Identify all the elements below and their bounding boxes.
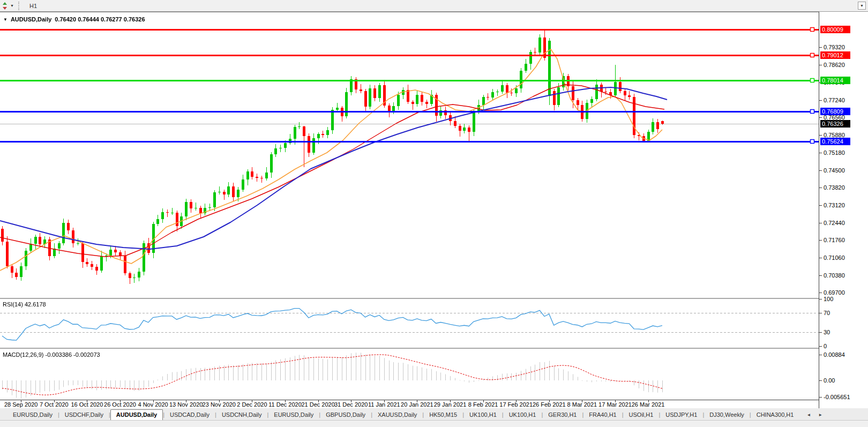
chart-tab-dj30-15[interactable]: DJ30,Weekly [704, 410, 750, 420]
macd-axis-label: -0.005651 [824, 393, 850, 401]
rsi-axis-label: 100 [824, 295, 833, 303]
price-level-badge: 0.80009 [820, 26, 850, 33]
chart-symbol-period: AUDUSD,Daily [11, 16, 51, 23]
rsi-axis-label: 30 [824, 328, 830, 336]
date-label: 26 Feb 2021 [533, 401, 566, 408]
price-tick [819, 258, 822, 258]
status-strip [0, 421, 868, 427]
chart-menu-caret-icon[interactable]: ▼ [3, 17, 8, 22]
chart-tab-eurusd-5[interactable]: EURUSD,Daily [268, 410, 319, 420]
rsi-indicator-label: RSI(14) 42.6178 [3, 301, 46, 308]
price-level-badge: 0.76326 [820, 120, 850, 128]
price-tick [819, 223, 822, 223]
macd-axis-label: 0.00 [824, 377, 835, 384]
rsi-tick [819, 313, 822, 313]
chart-tab-fra40-12[interactable]: FRA40,H1 [583, 410, 622, 420]
price-axis[interactable]: 0.793200.786200.779400.772400.765600.758… [819, 12, 868, 408]
macd-panel-canvas[interactable] [0, 349, 819, 400]
price-tick [819, 240, 822, 241]
date-label: 20 Jan 2021 [401, 401, 433, 408]
tab-scroll-right-icon[interactable]: ► [818, 413, 822, 417]
chart-tab-eurusd-0[interactable]: EURUSD,Daily [8, 410, 58, 420]
chart-tab-uk100-10[interactable]: UK100,H1 [504, 410, 542, 420]
chart-tab-usoil-13[interactable]: USOil,H1 [624, 410, 659, 420]
date-label: 11 Dec 2020 [268, 401, 302, 408]
chevron-down-icon[interactable]: ▼ [10, 4, 14, 8]
date-label: 16 Oct 2020 [71, 401, 103, 408]
chart-tab-bar: EURUSD,Daily|USDCHF,Daily|AUDUSD,Daily|U… [0, 408, 868, 421]
macd-tick [819, 397, 822, 398]
chart-title: ▼ AUDUSD,Daily 0.76420 0.76444 0.76277 0… [3, 16, 145, 23]
date-label: 8 Feb 2021 [468, 401, 498, 408]
timeframe-button-h1[interactable]: H1 [25, 1, 46, 11]
price-tick [819, 135, 822, 136]
date-label: 4 Nov 2020 [138, 401, 168, 408]
price-tick [819, 170, 822, 171]
rsi-panel-canvas[interactable] [0, 299, 819, 347]
price-tick [819, 47, 822, 48]
date-label: 29 Jan 2021 [434, 401, 467, 408]
macd-tick [819, 380, 822, 381]
price-chart-canvas[interactable] [0, 13, 819, 298]
price-tick-label: 0.79320 [824, 43, 845, 51]
rsi-tick [819, 332, 822, 333]
price-level-badge: 0.75624 [820, 138, 850, 145]
chart-tab-usdcad-3[interactable]: USDCAD,Daily [164, 410, 215, 420]
chart-tab-gbpusd-6[interactable]: GBPUSD,Daily [320, 410, 371, 420]
price-tick-label: 0.73820 [824, 184, 845, 191]
price-tick-label: 0.77240 [824, 96, 845, 104]
trading-platform-window: ▼ M1M5M15M30H1H4D1W1MN ▼ ▼ AUDUSD,Daily … [0, 0, 868, 427]
price-level-badge: 0.78014 [820, 77, 850, 84]
macd-tick [819, 355, 822, 355]
price-tick-label: 0.74500 [824, 167, 845, 174]
price-tick-label: 0.71760 [824, 236, 845, 244]
macd-axis-label: 0.00884 [824, 351, 845, 358]
macd-indicator-label: MACD(12,26,9) -0.003386 -0.002073 [3, 351, 100, 358]
chart-tab-ger30-11[interactable]: GER30,H1 [543, 410, 582, 420]
date-label: 28 Sep 2020 [4, 401, 38, 408]
price-tick [819, 117, 822, 118]
tab-scroll-arrows: ◄► [806, 413, 822, 420]
date-label: 26 Oct 2020 [104, 401, 136, 408]
price-tick-label: 0.70380 [824, 272, 845, 279]
chart-tab-usdcnh-4[interactable]: USDCNH,Daily [216, 410, 267, 420]
chart-ohlc-values: 0.76420 0.76444 0.76277 0.76326 [55, 16, 145, 23]
date-label: 23 Nov 2020 [203, 401, 236, 408]
rsi-axis-label: 0 [824, 342, 827, 350]
chart-tab-hk50-8[interactable]: HK50,M15 [424, 410, 462, 420]
tab-scroll-left-icon[interactable]: ◄ [806, 413, 811, 417]
date-label: 21 Dec 2020 [301, 401, 334, 408]
date-label: 8 Mar 2021 [567, 401, 597, 408]
chart-tab-uk100-9[interactable]: UK100,H1 [464, 410, 502, 420]
chart-tab-audusd-2[interactable]: AUDUSD,Daily [110, 409, 163, 420]
price-tick [819, 188, 822, 188]
rsi-tick [819, 346, 822, 347]
price-tick-label: 0.72440 [824, 219, 845, 227]
price-tick-label: 0.71060 [824, 254, 845, 261]
date-label: 2 Dec 2020 [237, 401, 267, 408]
price-tick [819, 153, 822, 153]
price-tick-label: 0.78620 [824, 61, 845, 69]
date-label: 17 Mar 2021 [598, 401, 632, 408]
date-label: 13 Nov 2020 [169, 401, 203, 408]
chart-tab-china300-16[interactable]: CHINA300,H1 [751, 410, 799, 420]
rsi-axis-label: 70 [824, 309, 830, 317]
date-label: 31 Dec 2020 [334, 401, 368, 408]
chart-window-border [0, 12, 868, 12]
price-level-badge: 0.79012 [820, 51, 850, 59]
cursor-mode-button[interactable]: ▼ [0, 1, 16, 11]
rsi-tick [819, 299, 822, 299]
chart-tab-usdjpy-14[interactable]: USDJPY,H1 [660, 410, 702, 420]
chart-tab-xauusd-7[interactable]: XAUUSD,Daily [372, 410, 422, 420]
price-tick-label: 0.75180 [824, 149, 845, 156]
price-tick [819, 100, 822, 101]
price-level-badge: 0.76809 [820, 108, 850, 115]
chart-window: ▼ AUDUSD,Daily 0.76420 0.76444 0.76277 0… [0, 12, 868, 408]
price-tick-label: 0.73120 [824, 201, 845, 209]
date-label: 7 Oct 2020 [40, 401, 69, 408]
toolbar-overflow-button[interactable]: ▼ [858, 2, 866, 10]
chart-tab-usdchf-1[interactable]: USDCHF,Daily [59, 410, 109, 420]
date-label: 17 Feb 2021 [499, 401, 533, 408]
toolbar-grip[interactable] [18, 2, 21, 10]
time-axis[interactable]: 28 Sep 20207 Oct 202016 Oct 202026 Oct 2… [0, 400, 819, 408]
